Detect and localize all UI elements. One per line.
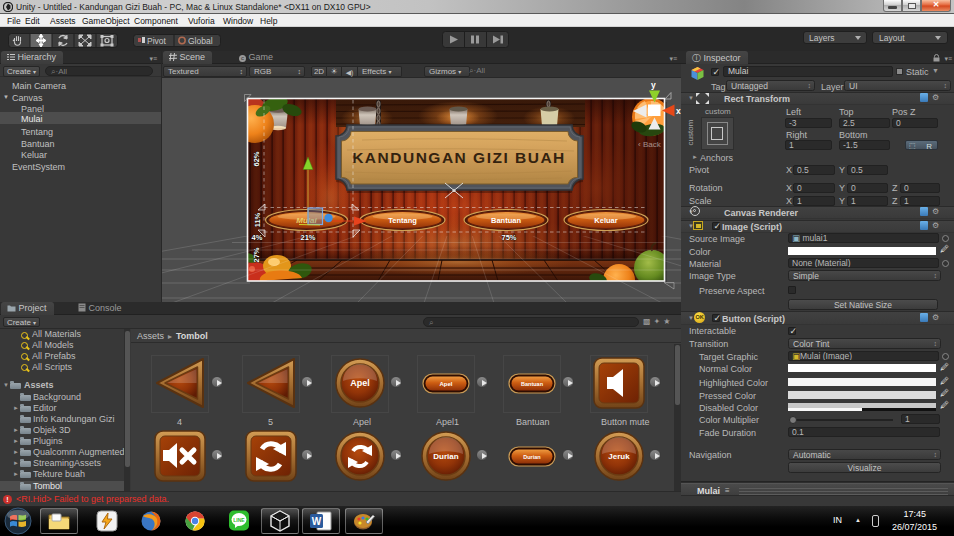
svg-text:W: W (312, 516, 322, 527)
svg-text:11%: 11% (253, 212, 262, 227)
svg-text:Bantuan: Bantuan (521, 381, 544, 387)
svg-text:‹ Back: ‹ Back (638, 140, 662, 149)
svg-text:Durian: Durian (523, 454, 541, 460)
svg-text:62%: 62% (252, 151, 261, 166)
svg-text:Layers: Layers (809, 33, 835, 43)
svg-text:Apel: Apel (439, 381, 452, 387)
svg-text:LINE: LINE (233, 517, 245, 523)
svg-text:y: y (651, 80, 656, 90)
svg-text:27%: 27% (252, 247, 261, 262)
svg-text:4%: 4% (252, 233, 263, 242)
svg-text:Apel: Apel (350, 378, 370, 388)
svg-text:Durian: Durian (433, 452, 458, 461)
svg-text:KANDUNGAN GIZI BUAH: KANDUNGAN GIZI BUAH (352, 149, 566, 166)
svg-text:75%: 75% (501, 233, 516, 242)
svg-text:Pivot: Pivot (147, 36, 167, 46)
svg-text:21%: 21% (300, 233, 315, 242)
svg-text:Global: Global (188, 36, 213, 46)
svg-text:Bantuan: Bantuan (491, 216, 521, 225)
svg-text:Layout: Layout (879, 33, 905, 43)
svg-text:Jeruk: Jeruk (608, 452, 630, 461)
svg-text:Tentang: Tentang (388, 216, 417, 225)
svg-text:Keluar: Keluar (594, 216, 617, 225)
